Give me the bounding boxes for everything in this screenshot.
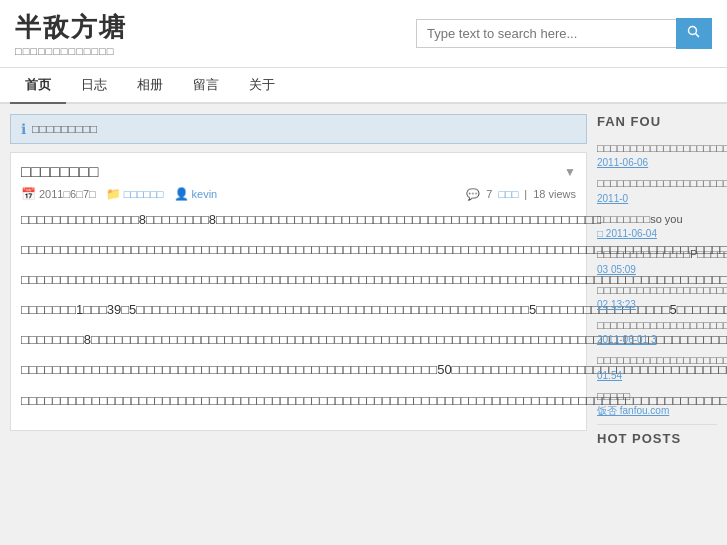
article-title-row: □□□□□□□□ ▼ xyxy=(21,163,576,181)
list-item: □□□□□□□□□□□□□□□□□□□□□□□□□□□□□□□□□□□□□□□□… xyxy=(597,283,717,312)
sidebar-item-text: □□□□□□□□□□□□□□P□□□□□□□□□□□□T2.5□ xyxy=(597,248,727,260)
author-link[interactable]: kevin xyxy=(192,188,218,200)
sidebar-item-date[interactable]: 02 13:23 xyxy=(597,298,717,312)
info-icon: ℹ xyxy=(21,121,26,137)
sidebar-items: □□□□□□□□□□□□□□□□□□□□□□□□□□□□□□□□□□□□□□□□… xyxy=(597,141,717,418)
article-paragraph: □□□□□□□□□□□□□□□□□□□□□□□□□□□□□□□□□□□□□□□□… xyxy=(21,359,576,381)
sidebar: FAN FOU □□□□□□□□□□□□□□□□□□□□□□□□□□□□□□□□… xyxy=(597,114,717,446)
article-category: 📁 □□□□□□ xyxy=(106,187,164,201)
user-icon: 👤 xyxy=(174,187,189,201)
nav: 首页日志相册留言关于 xyxy=(0,68,727,104)
article-paragraph: □□□□□□□□□□□□□□□□□□□□□□□□□□□□□□□□□□□□□□□□… xyxy=(21,269,576,291)
logo-area: 半敌方塘 □□□□□□□□□□□□□ xyxy=(15,10,127,57)
sidebar-item-text: □□□□□□□□□□□□□□□□□□□□□□□□□□□□□□□□□□□□□□□□… xyxy=(597,354,727,366)
chevron-down-icon[interactable]: ▼ xyxy=(564,165,576,179)
list-item: □□□□□□□□□□□□□□□□□□□□□□□□□□□□□□□□□□□□□□□□… xyxy=(597,353,717,382)
list-item: □□□□□□□□□□□□□□□□□□□□□□□□□□□□□□□□□□□□□□□□… xyxy=(597,318,717,347)
svg-point-0 xyxy=(689,27,697,35)
article-stats: 💬 7 □□□ | 18 views xyxy=(466,188,576,201)
sidebar-item-text: □□□□□□□□□□□□□□□□□□□□□□□□□□□□□□□□□□□□□□□□… xyxy=(597,177,727,189)
svg-line-1 xyxy=(696,34,700,38)
sidebar-item-date[interactable]: □ 2011-06-04 xyxy=(597,227,717,241)
content-area: ℹ □□□□□□□□□ □□□□□□□□ ▼ 📅 2011□6□7□ 📁 □□□… xyxy=(10,114,587,446)
article-paragraph: □□□□□□□□□□□□□□□8□□□□□□□□8□□□□□□□□□□□□□□□… xyxy=(21,209,576,231)
sidebar-item-text: □□□□□□□□so you xyxy=(597,213,683,225)
sidebar-item-date[interactable]: 03 05:09 xyxy=(597,263,717,277)
list-item: □□□□□□□□□□□□□□□□□□□□□□□□□□□□□□□□□□□□□□□□… xyxy=(597,141,717,170)
nav-item-留言[interactable]: 留言 xyxy=(178,68,234,104)
header: 半敌方塘 □□□□□□□□□□□□□ xyxy=(0,0,727,68)
comments-count: 7 xyxy=(486,188,492,200)
nav-item-关于[interactable]: 关于 xyxy=(234,68,290,104)
info-bar: ℹ □□□□□□□□□ xyxy=(10,114,587,144)
sidebar-item-date[interactable]: 2011-06-06 xyxy=(597,156,717,170)
article-body: □□□□□□□□□□□□□□□8□□□□□□□□8□□□□□□□□□□□□□□□… xyxy=(21,209,576,412)
article-paragraph: □□□□□□□□8□□□□□□□□□□□□□□□□□□□□□□□□□□□□□□□… xyxy=(21,329,576,351)
info-text: □□□□□□□□□ xyxy=(32,122,97,136)
list-item: □□□□□□□□□□□□□□P□□□□□□□□□□□□T2.5□03 05:09 xyxy=(597,247,717,276)
nav-item-首页[interactable]: 首页 xyxy=(10,68,66,104)
separator: | xyxy=(524,188,527,200)
fanfou-title: FAN FOU xyxy=(597,114,717,129)
views-count: 18 views xyxy=(533,188,576,200)
article-title: □□□□□□□□ xyxy=(21,163,98,181)
sidebar-item-text: □□□□□□□□□□□□□□□□□□□□□□□□□□□□□□□□□□□□□□□□… xyxy=(597,284,727,296)
fanfou-section: FAN FOU xyxy=(597,114,717,129)
article-paragraph: □□□□□□□□□□□□□□□□□□□□□□□□□□□□□□□□□□□□□□□□… xyxy=(21,239,576,261)
search-button[interactable] xyxy=(676,18,712,49)
sidebar-item-text: □□□□□□□□□□□□□□□□□□□□□□□□□□□□□□□□□□□□□□□□… xyxy=(597,142,727,154)
sidebar-item-date[interactable]: 01:54 xyxy=(597,369,717,383)
article-author: 👤 kevin xyxy=(174,187,218,201)
search-input[interactable] xyxy=(416,19,676,48)
article-date: 📅 2011□6□7□ xyxy=(21,187,96,201)
search-icon xyxy=(687,25,701,39)
category-link[interactable]: □□□□□□ xyxy=(124,188,164,200)
list-item: □□□□□饭否 fanfou.com xyxy=(597,389,717,418)
sidebar-item-text: □□□□□□□□□□□□□□□□□□□□□□□□□□□□□□□□□□□□□□□□… xyxy=(597,319,727,331)
comments-label[interactable]: □□□ xyxy=(498,188,518,200)
list-item: □□□□□□□□□□□□□□□□□□□□□□□□□□□□□□□□□□□□□□□□… xyxy=(597,176,717,205)
article-meta: 📅 2011□6□7□ 📁 □□□□□□ 👤 kevin 💬 7 □□□ | 1… xyxy=(21,187,576,201)
list-item: □□□□□□□□so you□ 2011-06-04 xyxy=(597,212,717,241)
search-area xyxy=(416,18,712,49)
sidebar-item-text: □□□□□ xyxy=(597,390,630,402)
divider xyxy=(597,424,717,425)
main: ℹ □□□□□□□□□ □□□□□□□□ ▼ 📅 2011□6□7□ 📁 □□□… xyxy=(0,104,727,456)
sidebar-item-date[interactable]: 饭否 fanfou.com xyxy=(597,404,717,418)
nav-item-相册[interactable]: 相册 xyxy=(122,68,178,104)
sidebar-item-date[interactable]: 2011-06-01 3 xyxy=(597,333,717,347)
article: □□□□□□□□ ▼ 📅 2011□6□7□ 📁 □□□□□□ 👤 kevin … xyxy=(10,152,587,431)
article-paragraph: □□□□□□□□□□□□□□□□□□□□□□□□□□□□□□□□□□□□□□□□… xyxy=(21,390,576,412)
logo-title: 半敌方塘 xyxy=(15,10,127,45)
logo-subtitle: □□□□□□□□□□□□□ xyxy=(15,45,127,57)
hot-posts-title: HOT POSTS xyxy=(597,431,717,446)
folder-icon: 📁 xyxy=(106,187,121,201)
calendar-icon: 📅 xyxy=(21,187,36,201)
comments-icon: 💬 xyxy=(466,188,480,201)
article-paragraph: □□□□□□□1□□□39□5□□□□□□□□□□□□□□□□□□□□□□□□□… xyxy=(21,299,576,321)
sidebar-item-date[interactable]: 2011-0 xyxy=(597,192,717,206)
nav-item-日志[interactable]: 日志 xyxy=(66,68,122,104)
